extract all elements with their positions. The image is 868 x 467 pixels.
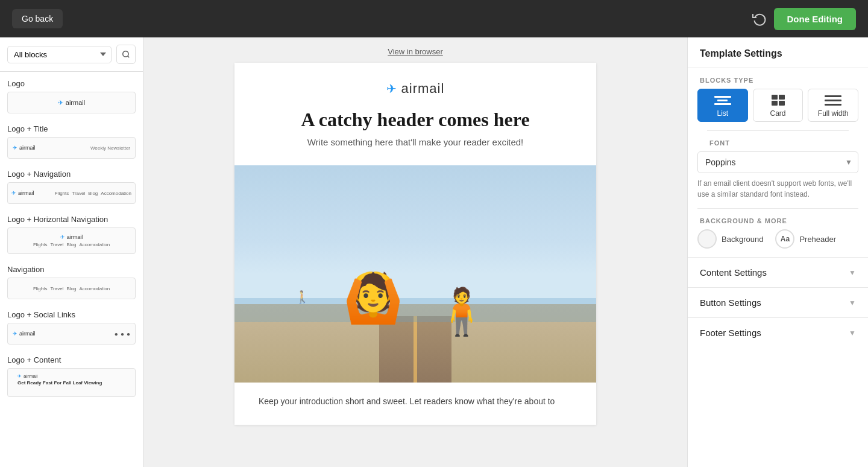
- sidebar-block-logo-label: Logo: [7, 79, 136, 88]
- done-editing-button[interactable]: Done Editing: [774, 8, 857, 30]
- sidebar-block-logo-nav-label: Logo + Navigation: [7, 170, 136, 179]
- bg-row: Background Aa Preheader: [697, 229, 858, 249]
- block-type-card-button[interactable]: Card: [753, 89, 804, 122]
- blocks-type-row: List Card: [688, 89, 868, 130]
- brand-name: airmail: [401, 81, 445, 97]
- email-headline: A catchy header comes here: [247, 109, 584, 131]
- sidebar-block-logo-nav[interactable]: Logo + Navigation ✈ airmail FlightsTrave…: [7, 170, 136, 204]
- sidebar-block-navigation-preview: FlightsTravelBlogAccomodation: [7, 278, 136, 299]
- bg-more-section: Background Aa Preheader: [688, 229, 868, 257]
- preheader-item[interactable]: Aa Preheader: [775, 229, 836, 249]
- sidebar-block-logo-content-preview: ✈ airmail Get Ready Fast For Fall Leaf V…: [7, 368, 136, 397]
- fullwidth-icon: [825, 94, 841, 106]
- sidebar-block-logo-content[interactable]: Logo + Content ✈ airmail Get Ready Fast …: [7, 355, 136, 397]
- sidebar-block-logo-social-label: Logo + Social Links: [7, 310, 136, 319]
- sidebar-block-logo[interactable]: Logo ✈ airmail: [7, 79, 136, 113]
- go-back-button[interactable]: Go back: [12, 9, 63, 28]
- sidebar-search-bar: All blocks Header Content Footer: [0, 37, 143, 72]
- content-settings-arrow-icon: ▼: [849, 268, 856, 277]
- main-layout: All blocks Header Content Footer Logo ✈: [0, 37, 868, 467]
- brand-icon: ✈: [386, 81, 397, 96]
- content-settings-header[interactable]: Content Settings ▼: [688, 258, 868, 287]
- email-body-text: Keep your introduction short and sweet. …: [234, 383, 596, 420]
- font-section: FONT Poppins Arial Georgia Helvetica Tim…: [688, 130, 868, 208]
- right-panel-header: Template Settings: [688, 37, 868, 68]
- sidebar-block-logo-horiz-nav-label: Logo + Horizontal Navigation: [7, 215, 136, 224]
- sidebar-block-logo-horiz-nav[interactable]: Logo + Horizontal Navigation ✈ airmail F…: [7, 215, 136, 254]
- history-button[interactable]: [752, 11, 767, 26]
- sidebar-block-logo-social[interactable]: Logo + Social Links ✈ airmail ●●●: [7, 310, 136, 345]
- left-sidebar: All blocks Header Content Footer Logo ✈: [0, 37, 143, 467]
- list-icon: [714, 94, 731, 106]
- canvas-topbar: View in browser: [143, 37, 687, 63]
- email-subhead: Write something here that'll make your r…: [247, 137, 584, 147]
- right-panel: Template Settings BLOCKS TYPE List: [687, 37, 868, 467]
- footer-settings-label: Footer Settings: [700, 328, 761, 338]
- content-settings-section: Content Settings ▼: [688, 257, 868, 287]
- sidebar-block-navigation-label: Navigation: [7, 265, 136, 274]
- sidebar-block-logo-preview: ✈ airmail: [7, 92, 136, 113]
- email-brand: ✈ airmail: [247, 81, 584, 97]
- right-panel-title: Template Settings: [700, 48, 856, 59]
- block-type-fullwidth-label: Full width: [818, 109, 849, 118]
- email-header: ✈ airmail A catchy header comes here Wri…: [234, 63, 596, 165]
- background-color-swatch[interactable]: [697, 229, 717, 249]
- sidebar-search-button[interactable]: [116, 45, 136, 64]
- button-settings-label: Button Settings: [700, 297, 761, 308]
- button-settings-header[interactable]: Button Settings ▼: [688, 288, 868, 317]
- font-select-wrapper: Poppins Arial Georgia Helvetica Times Ne…: [697, 151, 858, 173]
- sidebar-block-logo-nav-preview: ✈ airmail FlightsTravelBlogAccomodation: [7, 182, 136, 204]
- email-canvas: ✈ airmail A catchy header comes here Wri…: [234, 63, 596, 425]
- sidebar-block-logo-title-label: Logo + Title: [7, 124, 136, 133]
- block-type-fullwidth-button[interactable]: Full width: [808, 89, 858, 122]
- canvas-area: View in browser ✈ airmail A catchy heade…: [143, 37, 687, 467]
- topbar-right: Done Editing: [752, 8, 857, 30]
- sidebar-block-logo-horiz-nav-preview: ✈ airmail FlightsTravelBlogAccomodation: [7, 227, 136, 254]
- sidebar-block-logo-title-preview: ✈ airmail Weekly Newsletter: [7, 137, 136, 159]
- block-type-list-button[interactable]: List: [697, 89, 748, 122]
- block-filter-select[interactable]: All blocks Header Content Footer: [7, 46, 112, 63]
- footer-settings-header[interactable]: Footer Settings ▼: [688, 318, 868, 348]
- topbar: Go back Done Editing: [0, 0, 868, 37]
- font-section-label: FONT: [697, 131, 858, 151]
- blocks-type-label: BLOCKS TYPE: [688, 68, 868, 89]
- background-item[interactable]: Background: [697, 229, 763, 249]
- view-in-browser-link[interactable]: View in browser: [388, 47, 443, 56]
- footer-settings-section: Footer Settings ▼: [688, 317, 868, 348]
- sidebar-block-logo-title[interactable]: Logo + Title ✈ airmail Weekly Newsletter: [7, 124, 136, 159]
- block-type-card-label: Card: [770, 109, 786, 118]
- email-image: 🙆 🧍 🚶: [234, 165, 596, 383]
- sidebar-list: Logo ✈ airmail Logo + Title ✈ airmail: [0, 72, 143, 467]
- footer-settings-arrow-icon: ▼: [849, 329, 856, 337]
- bg-more-label: BACKGROUND & MORE: [688, 209, 868, 229]
- sidebar-block-logo-content-label: Logo + Content: [7, 355, 136, 364]
- background-label: Background: [722, 235, 763, 244]
- sidebar-block-navigation[interactable]: Navigation FlightsTravelBlogAccomodation: [7, 265, 136, 299]
- card-icon: [770, 94, 787, 106]
- svg-line-1: [128, 56, 130, 58]
- font-select[interactable]: Poppins Arial Georgia Helvetica Times Ne…: [697, 151, 858, 173]
- button-settings-arrow-icon: ▼: [849, 299, 856, 307]
- preheader-label: Preheader: [799, 235, 836, 244]
- button-settings-section: Button Settings ▼: [688, 287, 868, 317]
- content-settings-label: Content Settings: [700, 267, 767, 278]
- sidebar-block-logo-social-preview: ✈ airmail ●●●: [7, 323, 136, 345]
- preheader-text-swatch[interactable]: Aa: [775, 229, 794, 249]
- font-note: If an email client doesn't support web f…: [697, 178, 858, 200]
- svg-point-0: [123, 51, 128, 57]
- block-type-list-label: List: [717, 109, 728, 118]
